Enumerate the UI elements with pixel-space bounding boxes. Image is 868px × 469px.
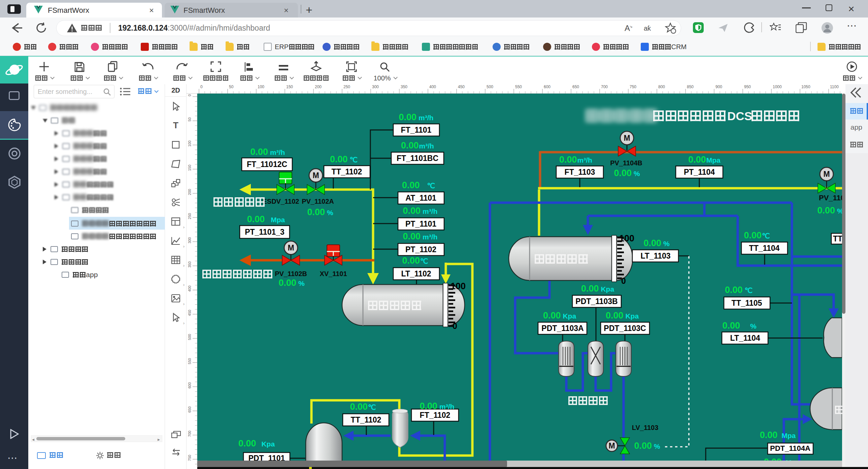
svg-text:LT_1103: LT_1103 [641,251,670,260]
svg-text:PV_1102B: PV_1102B [275,270,307,277]
svg-text:0.00%: 0.00% [817,206,842,216]
svg-text:0.00℃: 0.00℃ [402,255,428,265]
svg-text:350: 350 [401,85,407,89]
svg-text:0.00%: 0.00% [722,320,756,331]
svg-text:550: 550 [515,85,522,89]
svg-text:LT_1102: LT_1102 [401,269,431,278]
svg-text:0: 0 [200,85,203,89]
svg-text:0.00Kpa: 0.00Kpa [606,310,639,320]
svg-text:M: M [823,170,830,179]
svg-text:0.00℃: 0.00℃ [725,285,752,295]
svg-text:0.00m³/h: 0.00m³/h [420,401,455,411]
svg-text:PV_1104B: PV_1104B [610,159,643,167]
svg-text:0.00Mpa: 0.00Mpa [688,155,720,165]
svg-text:100: 100 [188,140,192,147]
svg-text:700: 700 [601,85,608,89]
svg-text:450: 450 [188,310,192,316]
svg-text:500: 500 [487,85,493,89]
svg-text:0.00m³/h: 0.00m³/h [559,155,592,165]
svg-text:0.00%: 0.00% [278,278,305,288]
svg-text:ESDV_1102: ESDV_1102 [262,198,299,205]
svg-text:350: 350 [188,261,192,267]
svg-text:600: 600 [188,382,192,388]
svg-text:600: 600 [544,85,551,89]
svg-text:PDT_1104A: PDT_1104A [770,444,810,452]
svg-text:650: 650 [188,406,192,412]
svg-text:150: 150 [286,85,293,89]
svg-text:650: 650 [572,85,579,89]
svg-text:PT_1104: PT_1104 [684,168,715,177]
svg-text:100: 100 [619,233,634,243]
svg-text:550: 550 [188,358,192,364]
svg-text:0.00m³/h: 0.00m³/h [401,140,434,151]
svg-text:0.00m³/h: 0.00m³/h [399,112,434,122]
svg-text:0.00℃: 0.00℃ [402,180,435,190]
svg-text:200: 200 [315,85,321,89]
svg-text:PT_1102: PT_1102 [405,245,436,254]
svg-text:50: 50 [229,85,234,89]
svg-text:0.00Kpa: 0.00Kpa [543,310,577,320]
svg-text:250: 250 [188,213,192,219]
svg-text:750: 750 [630,85,637,89]
svg-text:1000: 1000 [773,85,782,89]
svg-text:1100: 1100 [830,85,839,89]
svg-text:0: 0 [188,94,192,96]
svg-text:PDT_1103B: PDT_1103B [576,297,618,306]
svg-text:0: 0 [621,276,626,285]
svg-text:1050: 1050 [801,85,810,89]
svg-text:750: 750 [188,455,192,461]
svg-text:FT_1101: FT_1101 [401,126,432,134]
svg-text:PV_1102A: PV_1102A [302,198,334,205]
svg-text:0.00m³/h: 0.00m³/h [403,206,438,216]
svg-text:DCS: DCS [727,110,752,123]
svg-text:0.00℃: 0.00℃ [744,230,770,240]
svg-text:700: 700 [188,431,192,437]
svg-text:M: M [312,171,319,180]
svg-text:400: 400 [188,285,192,291]
svg-text:150: 150 [188,165,192,171]
svg-text:XV_1101: XV_1101 [319,270,347,277]
svg-text:0.00℃: 0.00℃ [350,402,376,412]
svg-text:PDT_1103A: PDT_1103A [541,324,584,333]
svg-text:TT_1102: TT_1102 [351,415,381,424]
svg-text:PT_1101_3: PT_1101_3 [245,228,284,236]
svg-text:TT: TT [833,234,842,243]
svg-text:M: M [624,134,630,143]
svg-text:900: 900 [715,85,722,89]
svg-text:M: M [287,243,294,252]
svg-text:0.00%: 0.00% [307,207,333,217]
svg-text:0: 0 [453,321,457,331]
svg-text:M: M [609,441,615,450]
svg-text:0.00%: 0.00% [644,238,670,248]
svg-text:TT_1104: TT_1104 [749,244,780,252]
svg-text:850: 850 [687,85,693,89]
svg-text:0.00m³/h: 0.00m³/h [403,231,438,241]
svg-text:PV_110: PV_110 [819,194,842,202]
svg-text:0.00℃: 0.00℃ [330,154,358,164]
svg-text:950: 950 [744,85,751,89]
svg-text:TT_1105: TT_1105 [732,299,762,307]
svg-text:PT_1101: PT_1101 [405,220,436,228]
svg-text:100: 100 [451,281,466,291]
svg-text:FT_11012C: FT_11012C [247,160,287,169]
svg-text:0.00m³/h: 0.00m³/h [250,147,285,157]
svg-text:100: 100 [257,85,264,89]
svg-text:500: 500 [188,334,192,340]
svg-text:300: 300 [188,237,192,243]
svg-text:FT_1101BC: FT_1101BC [397,154,438,163]
svg-text:PDT_1103C: PDT_1103C [604,324,646,333]
svg-text:0.00Kpa: 0.00Kpa [581,283,615,293]
svg-text:TT_1102: TT_1102 [332,167,362,176]
svg-text:300: 300 [372,85,379,89]
svg-text:50: 50 [188,118,192,122]
svg-text:AT_1101: AT_1101 [405,194,436,202]
svg-text:0.00%: 0.00% [614,168,640,178]
svg-text:FT_1102: FT_1102 [420,411,451,419]
svg-text:FT_1103: FT_1103 [565,168,595,177]
svg-text:200: 200 [188,189,192,195]
svg-text:800: 800 [658,85,665,89]
svg-text:0.00%: 0.00% [634,441,660,451]
svg-text:LV_1103: LV_1103 [632,424,658,431]
svg-text:450: 450 [458,85,465,89]
svg-text:250: 250 [343,85,350,89]
